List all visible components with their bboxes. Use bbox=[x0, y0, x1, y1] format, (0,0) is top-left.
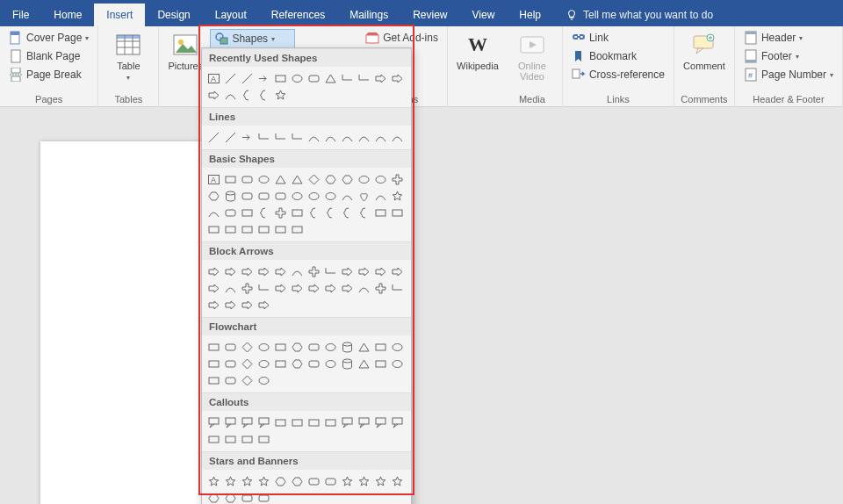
page-break-button[interactable]: Page Break bbox=[5, 66, 92, 83]
shape-arrowBlock[interactable] bbox=[205, 87, 222, 104]
shape-oval[interactable] bbox=[356, 171, 372, 188]
shape-elbow[interactable] bbox=[389, 280, 406, 297]
shape-rect[interactable] bbox=[389, 205, 406, 221]
shape-callout[interactable] bbox=[339, 414, 356, 431]
shape-star[interactable] bbox=[272, 87, 289, 104]
shape-curve[interactable] bbox=[372, 129, 389, 146]
shape-star[interactable] bbox=[389, 473, 406, 490]
shape-hex[interactable] bbox=[222, 490, 239, 504]
shape-rect[interactable] bbox=[272, 339, 289, 356]
shapes-button[interactable]: Shapes▾ bbox=[210, 29, 295, 48]
shape-star[interactable] bbox=[256, 473, 272, 490]
shape-arrowBlock[interactable] bbox=[356, 263, 372, 280]
shape-curve[interactable] bbox=[372, 188, 389, 205]
shape-rect[interactable] bbox=[205, 431, 222, 448]
blank-page-button[interactable]: Blank Page bbox=[5, 47, 92, 65]
shape-oval[interactable] bbox=[256, 171, 272, 188]
shape-diam[interactable] bbox=[239, 372, 256, 389]
tab-mailings[interactable]: Mailings bbox=[337, 4, 400, 26]
shape-callout[interactable] bbox=[222, 414, 239, 431]
shape-arrowBlock[interactable] bbox=[306, 280, 322, 297]
shape-rrect[interactable] bbox=[306, 70, 322, 87]
shape-heart[interactable] bbox=[356, 188, 372, 205]
shape-tri[interactable] bbox=[322, 70, 339, 87]
shape-brace[interactable] bbox=[256, 87, 272, 104]
shape-arrowBlock[interactable] bbox=[372, 70, 389, 87]
shape-hex[interactable] bbox=[272, 473, 289, 490]
shape-tri[interactable] bbox=[356, 339, 372, 356]
shape-curve[interactable] bbox=[356, 280, 372, 297]
shape-rect[interactable] bbox=[289, 414, 306, 431]
shape-oval[interactable] bbox=[389, 356, 406, 372]
tab-file[interactable]: File bbox=[0, 4, 41, 26]
comment-button[interactable]: Comment bbox=[680, 29, 729, 92]
shape-callout[interactable] bbox=[389, 414, 406, 431]
shape-oval[interactable] bbox=[322, 339, 339, 356]
shape-cyl[interactable] bbox=[339, 339, 356, 356]
table-button[interactable]: Table▾ bbox=[104, 29, 153, 92]
shape-arrowBlock[interactable] bbox=[389, 263, 406, 280]
shape-curve[interactable] bbox=[389, 129, 406, 146]
shape-line[interactable] bbox=[222, 70, 239, 87]
tab-design[interactable]: Design bbox=[145, 4, 202, 26]
shape-arrowBlock[interactable] bbox=[272, 280, 289, 297]
shape-hex[interactable] bbox=[289, 339, 306, 356]
shape-curve[interactable] bbox=[205, 205, 222, 221]
shape-arrowR[interactable] bbox=[256, 70, 272, 87]
header-button[interactable]: Header▾ bbox=[740, 29, 837, 47]
shape-rect[interactable] bbox=[256, 431, 272, 448]
shape-hex[interactable] bbox=[339, 171, 356, 188]
shape-rrect[interactable] bbox=[322, 473, 339, 490]
footer-button[interactable]: Footer▾ bbox=[740, 47, 837, 65]
shape-rrect[interactable] bbox=[239, 490, 256, 504]
shape-plus[interactable] bbox=[306, 263, 322, 280]
shape-oval[interactable] bbox=[256, 339, 272, 356]
shape-rect[interactable] bbox=[205, 339, 222, 356]
shape-tri[interactable] bbox=[272, 171, 289, 188]
tab-help[interactable]: Help bbox=[507, 4, 553, 26]
shape-tbox[interactable]: A bbox=[205, 171, 222, 188]
shape-line[interactable] bbox=[205, 129, 222, 146]
shape-rect[interactable] bbox=[256, 221, 272, 238]
shape-hex[interactable] bbox=[205, 490, 222, 504]
shape-arrowBlock[interactable] bbox=[372, 263, 389, 280]
shape-rrect[interactable] bbox=[239, 171, 256, 188]
shape-arrowBlock[interactable] bbox=[205, 297, 222, 313]
shape-rrect[interactable] bbox=[306, 339, 322, 356]
shape-callout[interactable] bbox=[239, 414, 256, 431]
shape-rrect[interactable] bbox=[222, 356, 239, 372]
shape-rrect[interactable] bbox=[239, 188, 256, 205]
shape-elbow[interactable] bbox=[256, 129, 272, 146]
shape-rect[interactable] bbox=[322, 414, 339, 431]
shape-star[interactable] bbox=[339, 473, 356, 490]
shape-rrect[interactable] bbox=[272, 188, 289, 205]
shape-curve[interactable] bbox=[222, 87, 239, 104]
shape-arrowBlock[interactable] bbox=[205, 280, 222, 297]
shape-elbow[interactable] bbox=[289, 129, 306, 146]
shape-rect[interactable] bbox=[372, 205, 389, 221]
shape-rect[interactable] bbox=[239, 431, 256, 448]
cover-page-button[interactable]: Cover Page▾ bbox=[5, 29, 92, 47]
shape-curve[interactable] bbox=[289, 263, 306, 280]
shape-rect[interactable] bbox=[289, 205, 306, 221]
shape-elbow[interactable] bbox=[272, 129, 289, 146]
shape-star[interactable] bbox=[239, 473, 256, 490]
shape-rrect[interactable] bbox=[222, 372, 239, 389]
shape-rect[interactable] bbox=[205, 372, 222, 389]
shape-star[interactable] bbox=[356, 473, 372, 490]
shape-rect[interactable] bbox=[205, 356, 222, 372]
shape-rect[interactable] bbox=[222, 431, 239, 448]
shape-arrowBlock[interactable] bbox=[222, 263, 239, 280]
shape-diam[interactable] bbox=[239, 356, 256, 372]
shape-rect[interactable] bbox=[372, 339, 389, 356]
shape-arrowBlock[interactable] bbox=[239, 297, 256, 313]
shape-elbow[interactable] bbox=[322, 263, 339, 280]
shape-curve[interactable] bbox=[306, 129, 322, 146]
shape-rect[interactable] bbox=[289, 221, 306, 238]
shape-oval[interactable] bbox=[322, 356, 339, 372]
shape-plus[interactable] bbox=[372, 280, 389, 297]
shape-rrect[interactable] bbox=[222, 205, 239, 221]
shape-rrect[interactable] bbox=[222, 339, 239, 356]
shape-line[interactable] bbox=[222, 129, 239, 146]
shape-brace[interactable] bbox=[339, 205, 356, 221]
